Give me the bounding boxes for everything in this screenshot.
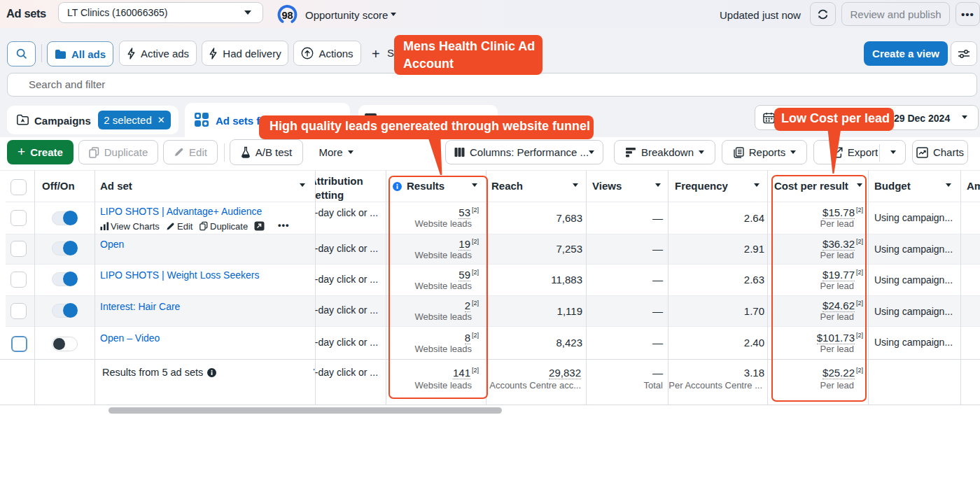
svg-text:98: 98 xyxy=(281,10,293,21)
